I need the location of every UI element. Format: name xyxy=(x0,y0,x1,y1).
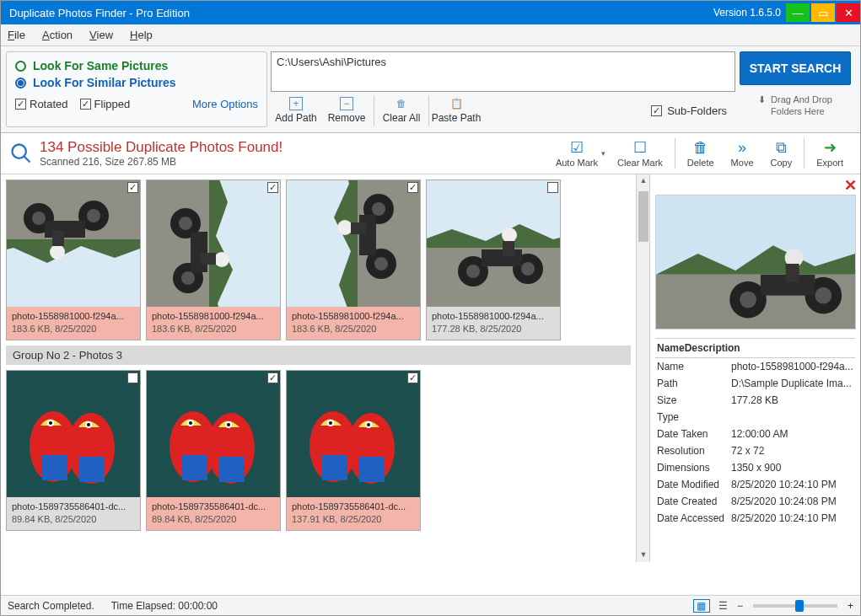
thumbnail-card[interactable]: photo-1589735586401-dc... 89.84 KB, 8/25… xyxy=(6,370,141,531)
minus-icon: − xyxy=(340,97,353,110)
detail-value: 8/25/2020 10:24:10 PM xyxy=(731,512,853,524)
thumbnail-image xyxy=(427,180,560,307)
minimize-button[interactable]: — xyxy=(786,3,810,22)
clear-all-button[interactable]: 🗑Clear All xyxy=(376,94,427,127)
zoom-slider[interactable] xyxy=(753,604,837,608)
add-path-button[interactable]: +Add Path xyxy=(271,94,321,127)
detail-key: Dimensions xyxy=(657,462,731,474)
radio-similar-pictures[interactable]: Look For Similar Pictures xyxy=(15,76,258,89)
vertical-scrollbar[interactable]: ▲ ▼ xyxy=(636,174,649,562)
radio-same-pictures[interactable]: Look For Same Pictures xyxy=(15,59,258,72)
thumbnail-card[interactable]: ✓ photo-1589735586401-dc... 89.84 KB, 8/… xyxy=(146,370,281,531)
svg-rect-46 xyxy=(79,457,105,482)
thumbnail-meta: 183.6 KB, 8/25/2020 xyxy=(152,323,275,335)
thumbnail-card[interactable]: photo-1558981000-f294a... 177.28 KB, 8/2… xyxy=(426,179,561,340)
thumbnail-checkbox[interactable]: ✓ xyxy=(407,182,418,193)
svg-point-0 xyxy=(13,145,26,158)
auto-mark-button[interactable]: ☑Auto Mark xyxy=(547,139,606,168)
thumbnail-card[interactable]: ✓ photo-1558981000-f294a... 183.6 KB, 8/… xyxy=(286,179,421,340)
slider-knob[interactable] xyxy=(795,600,804,612)
preview-image xyxy=(655,195,856,329)
start-search-button[interactable]: START SEARCH xyxy=(740,51,851,85)
svg-line-1 xyxy=(24,157,30,163)
thumbnail-checkbox[interactable] xyxy=(127,372,138,383)
clipboard-icon: 📋 xyxy=(449,97,463,110)
details-row: Type xyxy=(655,409,855,426)
checkbox-subfolders[interactable]: ✓Sub-Folders xyxy=(651,104,727,117)
svg-point-38 xyxy=(466,265,480,278)
detail-key: Date Taken xyxy=(657,428,731,440)
menu-action[interactable]: Action xyxy=(42,29,73,41)
menu-file[interactable]: File xyxy=(8,29,25,41)
thumbnail-filename: photo-1589735586401-dc... xyxy=(12,501,135,513)
group-header[interactable]: Group No 2 - Photos 3 xyxy=(6,345,631,365)
thumbnail-image xyxy=(147,180,280,307)
double-arrow-icon: » xyxy=(734,139,751,156)
thumbnail-card[interactable]: ✓ photo-1558981000-f294a... 183.6 KB, 8/… xyxy=(6,179,141,340)
detail-value: 72 x 72 xyxy=(731,445,853,457)
thumbnail-meta: 89.84 KB, 8/25/2020 xyxy=(152,513,275,526)
thumbnail-filename: photo-1589735586401-dc... xyxy=(152,501,275,513)
more-options-link[interactable]: More Options xyxy=(192,98,258,110)
checkbox-flipped[interactable]: ✓Flipped xyxy=(80,98,131,110)
thumbnail-image xyxy=(287,371,420,497)
export-button[interactable]: ➜Export xyxy=(808,139,852,168)
svg-rect-63 xyxy=(322,455,347,480)
clear-mark-button[interactable]: ☐Clear Mark xyxy=(609,139,671,168)
close-button[interactable]: ✕ xyxy=(837,3,860,22)
menu-view[interactable]: View xyxy=(89,29,113,41)
svg-rect-45 xyxy=(42,455,67,480)
preview-panel: ✕ NameDescription Namephoto-1558981000-f… xyxy=(649,174,860,562)
plus-icon: + xyxy=(289,97,303,110)
detail-key: Date Modified xyxy=(657,479,731,490)
paste-path-button[interactable]: 📋Paste Path xyxy=(431,94,482,127)
thumbnail-meta: 89.84 KB, 8/25/2020 xyxy=(12,513,135,526)
version-label: Version 1.6.5.0 xyxy=(713,7,781,19)
detail-key: Type xyxy=(657,411,731,423)
thumbnail-checkbox[interactable]: ✓ xyxy=(267,182,278,193)
thumbnail-filename: photo-1558981000-f294a... xyxy=(12,310,135,323)
svg-point-66 xyxy=(329,421,332,425)
thumbnail-checkbox[interactable] xyxy=(547,182,558,193)
scroll-up-arrow-icon[interactable]: ▲ xyxy=(638,176,648,186)
copy-button[interactable]: ⧉Copy xyxy=(762,139,801,168)
delete-button[interactable]: 🗑Delete xyxy=(679,139,723,168)
svg-rect-29 xyxy=(359,215,376,255)
scroll-down-arrow-icon[interactable]: ▼ xyxy=(638,550,648,560)
list-view-button[interactable]: ☰ xyxy=(715,599,732,613)
svg-rect-41 xyxy=(503,241,514,256)
close-preview-button[interactable]: ✕ xyxy=(844,176,857,195)
svg-rect-39 xyxy=(482,249,522,266)
scrollbar-thumb[interactable] xyxy=(638,191,648,242)
dropdown-caret-icon[interactable]: ▾ xyxy=(601,149,605,158)
detail-value: 1350 x 900 xyxy=(731,462,853,474)
thumbnail-card[interactable]: ✓ photo-1558981000-f294a... 183.6 KB, 8/… xyxy=(146,179,281,340)
zoom-out-button[interactable]: − xyxy=(737,600,743,612)
checkbox-rotated[interactable]: ✓Rotated xyxy=(15,98,68,110)
remove-path-button[interactable]: −Remove xyxy=(321,94,372,127)
title-bar: Duplicate Photos Finder - Pro Edition Ve… xyxy=(1,1,860,24)
move-button[interactable]: »Move xyxy=(723,139,762,168)
thumbnail-checkbox[interactable]: ✓ xyxy=(127,182,138,193)
path-list[interactable]: C:\Users\Ashi\Pictures xyxy=(271,51,735,92)
menu-help[interactable]: Help xyxy=(130,29,153,41)
svg-point-20 xyxy=(214,252,229,267)
maximize-button[interactable]: ▭ xyxy=(811,3,835,22)
col-name[interactable]: Name xyxy=(657,342,685,354)
svg-point-75 xyxy=(740,292,756,308)
col-description[interactable]: Description xyxy=(685,342,740,354)
svg-rect-54 xyxy=(182,455,207,480)
thumbnail-view-button[interactable]: ▦ xyxy=(693,599,710,613)
path-item[interactable]: C:\Users\Ashi\Pictures xyxy=(277,56,729,68)
thumbnail-meta: 183.6 KB, 8/25/2020 xyxy=(12,323,135,335)
thumbnail-checkbox[interactable]: ✓ xyxy=(407,372,418,383)
detail-key: Name xyxy=(657,361,731,372)
svg-point-18 xyxy=(179,217,192,230)
thumbnail-card[interactable]: ✓ photo-1589735586401-dc... 137.91 KB, 8… xyxy=(286,370,421,531)
detail-value: D:\Sample Duplicate Ima... xyxy=(731,378,853,389)
thumbnail-checkbox[interactable]: ✓ xyxy=(267,372,278,383)
zoom-in-button[interactable]: + xyxy=(848,600,853,612)
radio-similar-label: Look For Similar Pictures xyxy=(33,76,176,89)
trash-icon: 🗑 xyxy=(692,139,709,156)
svg-point-36 xyxy=(521,262,535,276)
